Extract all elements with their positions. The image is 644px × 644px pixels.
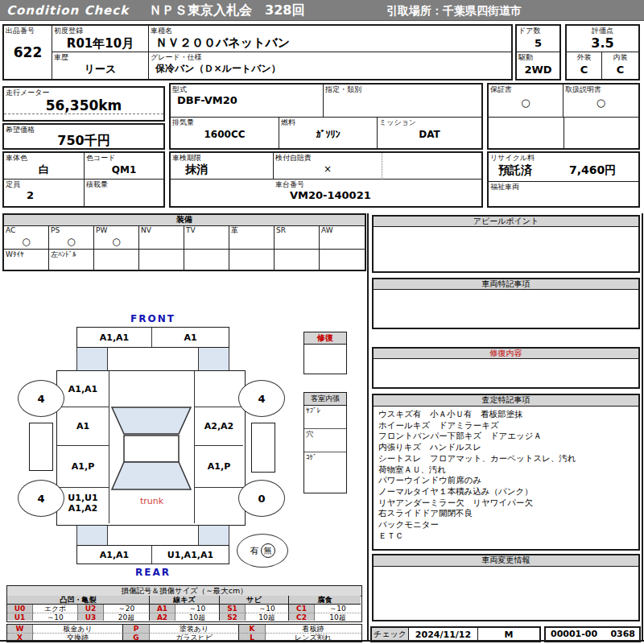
score-cell: 評価点 3.5 xyxy=(567,26,638,52)
assessment-line: ＥＴＣ xyxy=(378,530,634,542)
doors-label: ドア数 xyxy=(517,26,559,35)
equip-extra-4 xyxy=(139,250,184,270)
vin-label: 車台番号 xyxy=(274,180,481,189)
model-cell: 車種名 ＮＶ２００バネットバン xyxy=(149,26,511,52)
displacement-cell: 排気量 1600CC xyxy=(171,118,279,148)
first-reg-label: 初度登録 xyxy=(52,26,148,35)
cabin-row-tear: ﾔﾌﾞﾚ xyxy=(304,406,346,428)
drive-label: 駆動 xyxy=(517,52,559,62)
manual-cell: 取扱説明書 ○ xyxy=(564,85,638,118)
displacement-label: 排気量 xyxy=(171,118,279,127)
legend-group-scratch: 線キズ xyxy=(150,596,220,605)
interior-value: C xyxy=(602,62,638,76)
check-mark: M xyxy=(478,628,539,641)
color-code-label: 色コード xyxy=(85,153,163,163)
fuel-cell: 燃料 ｶﾞｿﾘﾝ xyxy=(279,118,378,148)
legend-code: U2 xyxy=(78,605,104,613)
insurance-empty-cell xyxy=(382,153,481,180)
load-label: 積載量 xyxy=(85,180,163,189)
legend-group-dent: 凸凹・亀裂 xyxy=(7,596,150,605)
legend-group-rust: サビ xyxy=(220,596,289,605)
legend-code: C2 xyxy=(289,613,315,621)
legend-value: ～20 xyxy=(104,605,150,613)
check-date: 2024/11/12 xyxy=(409,628,478,641)
exterior-value: C xyxy=(567,62,601,76)
auction-sheet: Condition Check ＮＰＳ東京入札会 328回 引取場所：千葉県四街… xyxy=(0,0,644,644)
mission-label: ミッション xyxy=(378,118,481,127)
taillight-right xyxy=(198,526,229,545)
equip-mark: ○ xyxy=(4,235,48,247)
class-cell: 指定・類別 xyxy=(324,85,481,118)
assessment-line: バックモニター xyxy=(378,519,634,530)
equipment-title: 装備 xyxy=(4,215,365,226)
drive-value: 2WD xyxy=(517,62,559,76)
welfare-cell: 福祉車両 xyxy=(489,182,638,206)
legend-value: 10超 xyxy=(246,613,289,621)
exterior-label: 外装 xyxy=(567,52,601,62)
lot-cell: 出品番号 622 xyxy=(4,26,52,79)
recycle-fee: 7,460円 xyxy=(569,163,616,178)
interior-label: 内装 xyxy=(602,52,638,62)
legend-code: U3 xyxy=(78,613,104,621)
equip-col-ps: PS ○ xyxy=(49,225,94,250)
equipment-table: 装備 AC ○ PS ○ PW ○ NV TV 革 SR xyxy=(2,213,366,271)
assessment-line: パワーウインドウ前席のみ xyxy=(378,475,634,486)
legend-code: U1 xyxy=(7,613,33,621)
manual-label: 取扱説明書 xyxy=(564,85,638,94)
doc-number: 00001-00 xyxy=(551,629,597,639)
inspection-value: 抹消 xyxy=(171,163,273,177)
model-code-cell: 型式 DBF-VM20 xyxy=(171,85,324,118)
side-panel-left xyxy=(29,423,53,471)
history-value: リース xyxy=(52,62,148,76)
legend-value: 看板跡 xyxy=(266,625,361,633)
inspection-table: 車検期限 抹消 検付自賠責 × 車台番号 VM20-140021 xyxy=(169,151,483,208)
equip-label: SR xyxy=(275,225,319,235)
recycle-cell: リサイクル料 預託済 7,460円 xyxy=(489,153,638,182)
equip-col-sr: SR xyxy=(275,225,320,250)
equip-mark xyxy=(229,235,274,247)
body-color-value: 白 xyxy=(4,163,84,176)
load-cell: 積載量 xyxy=(85,180,163,206)
equip-label: PS xyxy=(49,225,93,235)
cabin-row-burn: ｺｹﾞ xyxy=(304,452,346,475)
repair-mini-box: 修復 xyxy=(303,332,347,374)
legend-code: C1 xyxy=(289,605,315,613)
model-value: ＮＶ２００バネットバン xyxy=(149,35,511,51)
appeal-title: アピールポイント xyxy=(374,217,638,227)
spare-no-circled: 無 xyxy=(261,543,275,558)
change-info-panel: 車両変更情報 xyxy=(372,554,640,621)
legend-code: K xyxy=(239,625,266,633)
equip-col-ac: AC ○ xyxy=(4,225,49,250)
legend-value: ～10 xyxy=(246,605,289,613)
grade-label: グレード・仕様 xyxy=(149,52,511,62)
equip-col-nv: NV xyxy=(139,225,184,250)
equip-mark xyxy=(184,235,229,247)
rear-bumper: A1,A1 U1,A1,A1 xyxy=(76,545,229,564)
capacity-cell: 定員 2 xyxy=(4,180,85,206)
equip-extra-7 xyxy=(275,250,320,270)
right-frame-line xyxy=(642,213,643,642)
panel-divider xyxy=(367,213,369,642)
legend-value: 10超 xyxy=(175,613,220,621)
repair-mini-title: 修復 xyxy=(304,332,346,345)
warranty-label: 保証書 xyxy=(489,85,563,94)
warranty-mark: ○ xyxy=(489,94,563,110)
legend-value: ～10 xyxy=(315,605,361,613)
interior-cell: 内装 C xyxy=(602,52,638,79)
first-reg-cell: 初度登録 R01年10月 xyxy=(52,26,149,52)
assessment-line: 内張りキズ ハンドルスレ xyxy=(378,442,634,453)
assessment-line: シートスレ フロアマット、カーペットスレ、汚れ xyxy=(378,453,634,464)
check-label: チェック xyxy=(372,628,409,641)
pickup-location: 引取場所：千葉県四街道市 xyxy=(386,4,522,19)
legend-table: 損傷記号＆損傷サイズ（～最大cm） 凸凹・亀裂 線キズ サビ 腐食 U0 エクボ… xyxy=(6,585,362,622)
history-cell: 車歴 リース xyxy=(52,52,149,79)
model-code-label: 型式 xyxy=(171,85,323,94)
class-label: 指定・類別 xyxy=(324,85,481,94)
equip-label: PW xyxy=(94,225,138,235)
first-reg-value: R01年10月 xyxy=(52,35,148,52)
tire-rear-right: 0 xyxy=(238,480,285,517)
legend-code: S2 xyxy=(220,613,246,621)
bottom-frame-line xyxy=(0,640,644,642)
welfare-label: 福祉車両 xyxy=(489,182,638,192)
legend-value: 塗装あり xyxy=(150,625,239,633)
